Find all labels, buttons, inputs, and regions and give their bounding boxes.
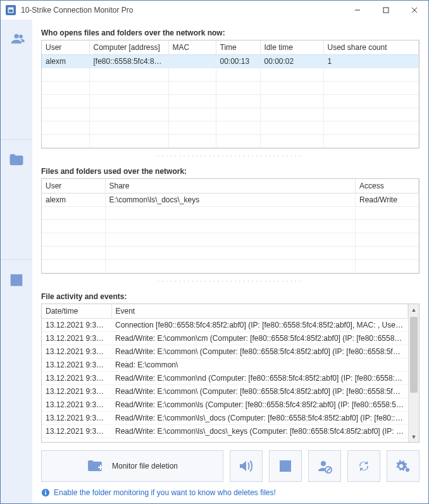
refresh-button[interactable] — [347, 450, 380, 482]
table-row[interactable] — [42, 108, 419, 121]
table-row[interactable] — [42, 68, 419, 82]
table-row[interactable] — [42, 260, 419, 273]
table-row[interactable] — [42, 233, 419, 247]
folder-plus-icon — [87, 458, 104, 474]
svg-rect-13 — [45, 491, 46, 492]
column-header[interactable]: Computer [address] — [89, 40, 168, 55]
sidebar — [1, 20, 32, 503]
close-button[interactable] — [400, 1, 428, 20]
table-row[interactable] — [42, 135, 419, 148]
refresh-icon — [356, 458, 371, 474]
table-row[interactable] — [42, 95, 419, 108]
events-scrollbar[interactable]: ▲ ▼ — [408, 304, 419, 442]
table-row[interactable] — [42, 82, 419, 95]
column-header[interactable]: Access — [356, 179, 419, 194]
table-row[interactable] — [42, 247, 419, 260]
user-block-icon — [317, 458, 332, 474]
events-table[interactable]: Date/timeEvent 13.12.2021 9:33:42Connect… — [41, 304, 420, 443]
table-row[interactable]: 13.12.2021 9:33:47Read: E:\common\ — [42, 359, 408, 372]
table-row[interactable]: 13.12.2021 9:33:42Read/Write: E:\common\… — [42, 332, 408, 345]
maximize-button[interactable] — [371, 1, 400, 20]
divider: ·································· — [41, 278, 420, 285]
bottom-toolbar: Monitor file deletion — [41, 450, 420, 482]
column-header[interactable]: Used share count — [323, 40, 419, 55]
table-row[interactable]: 13.12.2021 9:33:52Read/Write: E:\common\… — [42, 425, 408, 438]
speaker-icon — [238, 458, 254, 474]
sound-button[interactable] — [230, 450, 263, 482]
settings-button[interactable] — [387, 450, 420, 482]
svg-rect-12 — [45, 492, 46, 495]
table-row[interactable]: 13.12.2021 9:33:51Read/Write: E:\common\… — [42, 412, 408, 425]
table-row[interactable] — [42, 207, 419, 220]
scroll-thumb[interactable] — [410, 317, 418, 393]
column-header[interactable]: User — [42, 179, 105, 194]
table-row[interactable] — [42, 121, 419, 135]
table-row[interactable]: 13.12.2021 9:33:42Connection [fe80::6558… — [42, 319, 408, 332]
files-table[interactable]: UserShareAccess alexmE:\common\ls\_docs\… — [41, 178, 420, 274]
info-icon — [41, 488, 50, 497]
column-header[interactable]: Date/time — [42, 304, 111, 319]
table-row[interactable]: alexm[fe80::6558:5fc4:85f2…00:00:1300:00… — [42, 55, 419, 68]
table-row[interactable]: 13.12.2021 9:33:49Read/Write: E:\common\… — [42, 385, 408, 398]
table-row[interactable]: 13.12.2021 9:33:48Read/Write: E:\common\… — [42, 372, 408, 385]
events-section-title: File activity and events: — [41, 292, 420, 301]
sidebar-tab-users[interactable] — [1, 20, 32, 140]
log-icon — [8, 271, 25, 289]
files-section-title: Files and folders used over the network: — [41, 167, 420, 176]
column-header[interactable]: User — [42, 40, 89, 55]
minimize-button[interactable] — [343, 1, 371, 20]
scroll-up-icon[interactable]: ▲ — [409, 304, 419, 315]
svg-rect-3 — [383, 8, 389, 13]
main-panel: Who opens files and folders over the net… — [32, 20, 428, 503]
column-header[interactable]: Share — [105, 179, 356, 194]
app-window: 10-Strike Connection Monitor Pro Who ope… — [0, 0, 429, 504]
app-title: 10-Strike Connection Monitor Pro — [21, 6, 343, 15]
table-row[interactable]: alexmE:\common\ls\_docs\_keysRead/Write — [42, 194, 419, 207]
log-button[interactable] — [269, 450, 302, 482]
svg-rect-7 — [100, 465, 101, 470]
column-header[interactable]: Event — [111, 304, 408, 319]
users-icon — [8, 31, 25, 49]
column-header[interactable]: Time — [216, 40, 260, 55]
monitor-file-deletion-button[interactable]: Monitor file deletion — [41, 450, 223, 482]
users-section-title: Who opens files and folders over the net… — [41, 28, 420, 37]
column-header[interactable]: Idle time — [260, 40, 323, 55]
sidebar-tab-folders[interactable] — [1, 140, 32, 260]
sidebar-tab-log[interactable] — [1, 260, 32, 503]
titlebar: 10-Strike Connection Monitor Pro — [1, 1, 428, 20]
app-icon — [6, 5, 16, 15]
divider: ·································· — [41, 152, 420, 159]
svg-rect-1 — [9, 9, 13, 12]
monitor-button-label: Monitor file deletion — [112, 462, 178, 470]
table-row[interactable] — [42, 220, 419, 233]
scroll-down-icon[interactable]: ▼ — [409, 431, 419, 442]
info-text: Enable the folder monitoring if you want… — [54, 488, 276, 497]
table-row[interactable]: 13.12.2021 9:33:45Read/Write: E:\common\… — [42, 345, 408, 359]
table-row[interactable]: 13.12.2021 9:33:50Read/Write: E:\common\… — [42, 398, 408, 412]
users-table[interactable]: UserComputer [address]MACTimeIdle timeUs… — [41, 40, 420, 149]
block-user-button[interactable] — [308, 450, 341, 482]
folder-icon — [8, 151, 25, 169]
info-tip: Enable the folder monitoring if you want… — [41, 488, 420, 497]
svg-line-9 — [326, 468, 331, 472]
gears-icon — [395, 458, 411, 474]
svg-point-10 — [406, 468, 409, 472]
column-header[interactable]: MAC — [168, 40, 216, 55]
list-icon — [278, 459, 292, 473]
